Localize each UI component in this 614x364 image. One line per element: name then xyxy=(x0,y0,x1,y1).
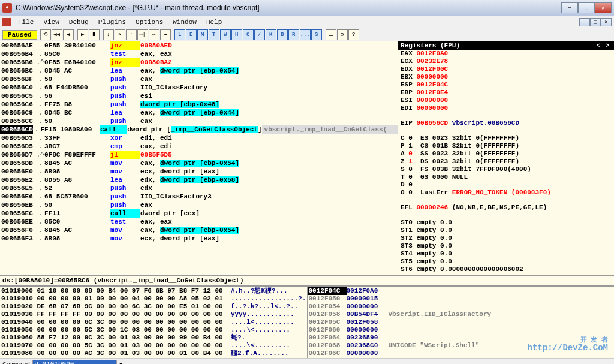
disasm-line[interactable]: 00B656F3.8B08movecx, dword ptr [eax] xyxy=(0,234,398,243)
reg-ECX[interactable]: ECX 00232E78 xyxy=(398,58,614,65)
stepover-icon[interactable]: ↷ xyxy=(115,29,125,40)
menu-file[interactable]: File xyxy=(13,17,38,27)
trace-icon[interactable]: ⇢ xyxy=(149,29,159,40)
back-icon[interactable]: ◀ xyxy=(63,29,74,40)
mdi-max-button[interactable]: ▢ xyxy=(590,18,601,26)
reg-ESP[interactable]: ESP 0012F04C xyxy=(398,81,614,89)
disasm-line[interactable]: 00B656AE 0F85 39B40100jnz00B80AED xyxy=(0,41,398,50)
stack-line[interactable]: 0012F05400000000 xyxy=(308,303,615,311)
reg-EFL[interactable]: EFL 00000246 (NO,NB,E,BE,NS,PE,GE,LE) xyxy=(398,204,614,212)
disasm-line[interactable]: 00B656CC.50pusheax xyxy=(0,117,398,125)
panel-btn-K[interactable]: K xyxy=(266,29,276,40)
menu-plugins[interactable]: Plugins xyxy=(94,17,131,27)
disassembly-pane[interactable]: 00B656AE 0F85 39B40100jnz00B80AED00B656B… xyxy=(0,41,398,275)
mdi-min-button[interactable]: ─ xyxy=(579,18,590,26)
hex-line[interactable]: 01019000 01 10 00 00 08 00 B4 00 97 F6 6… xyxy=(0,287,307,295)
flag-line[interactable]: Z 1 DS 0023 32bit 0(FFFFFFFF) xyxy=(398,158,614,166)
menu-options[interactable]: Options xyxy=(131,17,168,27)
reg-EIP[interactable]: EIP 00B656CD vbscript.00B656CD xyxy=(398,119,614,127)
reg-prev-icon[interactable]: < xyxy=(594,42,603,49)
reg-next-icon[interactable]: > xyxy=(603,42,612,49)
disasm-line[interactable]: 00B656C5.56pushesi xyxy=(0,92,398,100)
fpu-line[interactable]: ST3 empty 0.0 xyxy=(398,242,614,250)
fpu-line[interactable]: ST0 empty 0.0 xyxy=(398,219,614,227)
fpu-line[interactable]: ST4 empty 0.0 xyxy=(398,250,614,258)
disasm-line[interactable]: 00B656DD.8B45 ACmoveax, dword ptr [ebp-0… xyxy=(0,159,398,167)
opt1-icon[interactable]: ☰ xyxy=(326,29,336,40)
reg-ESI[interactable]: ESI 00000000 xyxy=(398,97,614,104)
disasm-line[interactable]: 00B656B4.85C0testeax, eax xyxy=(0,50,398,58)
runto-icon[interactable]: →| xyxy=(137,29,148,40)
reg-EAX[interactable]: EAX 0012F0A0 xyxy=(398,50,614,58)
reg-EBX[interactable]: EBX 00000000 xyxy=(398,73,614,81)
flag-line[interactable]: C 0 ES 0023 32bit 0(FFFFFFFF) xyxy=(398,134,614,142)
disasm-line[interactable]: 00B656CD.FF15 1080BA00calldword ptr [_im… xyxy=(0,125,398,134)
hex-line[interactable]: 01019070 00 00 00 00 5C 3C 00 01 03 00 0… xyxy=(0,342,307,350)
panel-btn-T[interactable]: T xyxy=(209,29,219,40)
flag-line[interactable]: P 1 CS 001B 32bit 0(FFFFFFFF) xyxy=(398,142,614,150)
fpu-line[interactable]: ST5 empty 0.0 xyxy=(398,258,614,266)
fpu-line[interactable]: ST1 empty 0.0 xyxy=(398,227,614,234)
pause-icon[interactable]: ⏸ xyxy=(89,29,100,40)
stack-line[interactable]: 0012F06000000000 xyxy=(308,326,615,334)
disasm-line[interactable]: 00B656E5.52pushedx xyxy=(0,184,398,192)
hex-dump-pane[interactable]: 01019000 01 10 00 00 08 00 B4 00 97 F6 6… xyxy=(0,287,308,358)
panel-btn-W[interactable]: W xyxy=(220,29,231,40)
hex-line[interactable]: 01019080 00 00 00 00 AC 3C 00 01 03 00 0… xyxy=(0,350,307,357)
panel-btn-S[interactable]: S xyxy=(311,29,322,40)
panel-btn-R[interactable]: R xyxy=(288,29,299,40)
disasm-line[interactable]: 00B656B6.^0F85 E6B40100jnz00B80BA2 xyxy=(0,58,398,67)
hex-line[interactable]: 01019090 00 48 6E 32 A5 C5 41 08 00 00 0… xyxy=(0,357,307,358)
registers-pane[interactable]: Registers (FPU) < > EAX 0012F0A0ECX 0023… xyxy=(398,41,614,275)
panel-btn-E[interactable]: E xyxy=(186,29,197,40)
hex-line[interactable]: 01019020 DE 6B 07 6B 9C 00 00 00 6C 3C 0… xyxy=(0,303,307,311)
stack-line[interactable]: 0012F07000000000 xyxy=(308,357,615,358)
hex-line[interactable]: 01019030 FF FF FF FF 00 00 00 00 00 00 0… xyxy=(0,311,307,318)
menu-debug[interactable]: Debug xyxy=(64,17,94,27)
disasm-line[interactable]: 00B656BF.50pusheax xyxy=(0,75,398,83)
disasm-line[interactable]: 00B656E2.8D55 A8leaedx, dword ptr [ebp-0… xyxy=(0,176,398,184)
stepinto-icon[interactable]: ↓ xyxy=(103,29,114,40)
disasm-line[interactable]: 00B656E6.68 5C57B600pushIID_IClassFactor… xyxy=(0,192,398,201)
flag-line[interactable]: S 0 FS 003B 32bit 7FFDF000(4000) xyxy=(398,166,614,173)
menu-window[interactable]: Window xyxy=(168,17,201,27)
reg-EBP[interactable]: EBP 0012F0E4 xyxy=(398,89,614,97)
command-input[interactable] xyxy=(32,360,116,364)
help-icon[interactable]: ? xyxy=(348,29,359,40)
restart-icon[interactable]: ⟲ xyxy=(40,29,51,40)
stack-line[interactable]: 0012F05C0012F058 xyxy=(308,318,615,326)
menu-view[interactable]: View xyxy=(38,17,64,27)
panel-btn-L[interactable]: L xyxy=(174,29,185,40)
rewind-icon[interactable]: ◀◀ xyxy=(52,29,62,40)
flag-line[interactable]: A 0 SS 0023 32bit 0(FFFFFFFF) xyxy=(398,150,614,158)
stepout-icon[interactable]: ↑ xyxy=(126,29,137,40)
hex-line[interactable]: 01019050 00 00 00 00 5C 3C 00 1C 03 00 0… xyxy=(0,326,307,334)
flag-line[interactable]: T 0 GS 0000 NULL xyxy=(398,173,614,181)
run-icon[interactable]: ▶ xyxy=(77,29,88,40)
disasm-line[interactable]: 00B656D5.3BC7cmpeax, edi xyxy=(0,142,398,151)
opt2-icon[interactable]: ⚙ xyxy=(337,29,348,40)
panel-btn-C[interactable]: C xyxy=(243,29,254,40)
reg-EDX[interactable]: EDX 0012F00C xyxy=(398,65,614,73)
runtil-icon[interactable]: ⇥ xyxy=(160,29,171,40)
panel-btn-M[interactable]: M xyxy=(197,29,208,40)
disasm-line[interactable]: 00B656C9.8D45 BCleaeax, dword ptr [ebp-0… xyxy=(0,109,398,117)
cmd-dropdown-icon[interactable]: ▾ xyxy=(116,360,125,364)
fpu-line[interactable]: ST2 empty 0.0 xyxy=(398,234,614,242)
disasm-line[interactable]: 00B656EC.FF11calldword ptr [ecx] xyxy=(0,209,398,218)
disasm-line[interactable]: 00B656BC.8D45 ACleaeax, dword ptr [ebp-0… xyxy=(0,67,398,75)
hex-line[interactable]: 01019010 00 00 00 00 01 00 00 00 04 00 0… xyxy=(0,295,307,303)
hex-line[interactable]: 01019060 88 F7 12 00 9C 3C 00 01 03 00 0… xyxy=(0,334,307,342)
panel-btn-/[interactable]: / xyxy=(254,29,265,40)
panel-btn-H[interactable]: H xyxy=(231,29,242,40)
close-button[interactable]: ✕ xyxy=(595,2,612,13)
minimize-button[interactable]: ─ xyxy=(561,2,578,13)
menu-help[interactable]: Help xyxy=(201,17,227,27)
stack-line[interactable]: 0012F05000000015 xyxy=(308,295,615,303)
flag-line[interactable]: D 0 xyxy=(398,181,614,189)
stack-line[interactable]: 0012F04C0012F0A0 xyxy=(308,287,615,295)
disasm-line[interactable]: 00B656EE.85C0testeax, eax xyxy=(0,218,398,226)
disasm-line[interactable]: 00B656EB.50pusheax xyxy=(0,201,398,209)
panel-btn-B[interactable]: B xyxy=(277,29,288,40)
disasm-line[interactable]: 00B656C0.68 F44DB500pushIID_IClassFactor… xyxy=(0,83,398,92)
